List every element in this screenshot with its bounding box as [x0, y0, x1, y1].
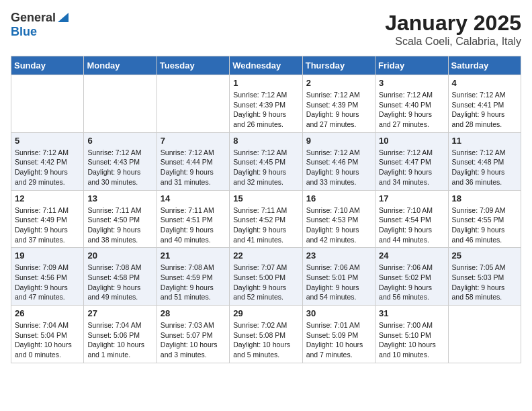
weekday-header-tuesday: Tuesday — [157, 56, 229, 75]
day-number: 28 — [161, 308, 226, 318]
calendar-cell: 30Sunrise: 7:01 AM Sunset: 5:09 PM Dayli… — [302, 306, 375, 363]
week-row-5: 26Sunrise: 7:04 AM Sunset: 5:04 PM Dayli… — [11, 306, 521, 363]
calendar-cell: 17Sunrise: 7:10 AM Sunset: 4:54 PM Dayli… — [375, 190, 448, 248]
calendar-cell: 6Sunrise: 7:12 AM Sunset: 4:43 PM Daylig… — [84, 132, 157, 190]
calendar-cell: 20Sunrise: 7:08 AM Sunset: 4:58 PM Dayli… — [84, 248, 157, 306]
calendar-cell: 8Sunrise: 7:12 AM Sunset: 4:45 PM Daylig… — [230, 132, 302, 190]
weekday-header-friday: Friday — [375, 56, 448, 75]
logo-general-text: General — [11, 11, 56, 25]
cell-details: Sunrise: 7:11 AM Sunset: 4:50 PM Dayligh… — [87, 205, 152, 245]
day-number: 4 — [452, 78, 517, 88]
day-number: 15 — [233, 193, 298, 203]
day-number: 24 — [379, 250, 444, 261]
cell-details: Sunrise: 7:08 AM Sunset: 4:58 PM Dayligh… — [87, 263, 152, 302]
week-row-2: 5Sunrise: 7:12 AM Sunset: 4:42 PM Daylig… — [11, 132, 521, 190]
cell-details: Sunrise: 7:01 AM Sunset: 5:09 PM Dayligh… — [306, 320, 371, 360]
calendar-cell: 2Sunrise: 7:12 AM Sunset: 4:39 PM Daylig… — [302, 75, 375, 133]
day-number: 14 — [161, 193, 226, 203]
day-number: 9 — [306, 136, 371, 146]
week-row-4: 19Sunrise: 7:09 AM Sunset: 4:56 PM Dayli… — [11, 248, 521, 306]
calendar-cell: 26Sunrise: 7:04 AM Sunset: 5:04 PM Dayli… — [11, 306, 84, 363]
calendar-cell — [11, 75, 84, 133]
weekday-header-sunday: Sunday — [11, 56, 84, 75]
calendar-cell: 13Sunrise: 7:11 AM Sunset: 4:50 PM Dayli… — [84, 190, 157, 248]
calendar-cell: 12Sunrise: 7:11 AM Sunset: 4:49 PM Dayli… — [11, 190, 84, 248]
day-number: 1 — [233, 78, 298, 88]
day-number: 27 — [87, 308, 152, 318]
cell-details: Sunrise: 7:12 AM Sunset: 4:46 PM Dayligh… — [306, 148, 371, 187]
day-number: 22 — [233, 250, 298, 261]
calendar-cell: 9Sunrise: 7:12 AM Sunset: 4:46 PM Daylig… — [302, 132, 375, 190]
cell-details: Sunrise: 7:12 AM Sunset: 4:40 PM Dayligh… — [379, 90, 444, 130]
weekday-header-monday: Monday — [84, 56, 157, 75]
cell-details: Sunrise: 7:00 AM Sunset: 5:10 PM Dayligh… — [379, 320, 444, 360]
day-number: 29 — [233, 308, 298, 318]
calendar-cell: 15Sunrise: 7:11 AM Sunset: 4:52 PM Dayli… — [230, 190, 302, 248]
calendar-cell — [84, 75, 157, 133]
page-header: General Blue January 2025 Scala Coeli, C… — [11, 11, 521, 48]
logo-triangle-icon — [58, 13, 69, 25]
cell-details: Sunrise: 7:02 AM Sunset: 5:08 PM Dayligh… — [233, 320, 298, 360]
cell-details: Sunrise: 7:05 AM Sunset: 5:03 PM Dayligh… — [452, 263, 517, 302]
calendar-cell: 18Sunrise: 7:09 AM Sunset: 4:55 PM Dayli… — [448, 190, 521, 248]
logo: General Blue — [11, 11, 69, 39]
title-block: January 2025 Scala Coeli, Calabria, Ital… — [385, 11, 521, 48]
svg-marker-0 — [58, 13, 69, 22]
calendar-cell: 14Sunrise: 7:11 AM Sunset: 4:51 PM Dayli… — [157, 190, 229, 248]
cell-details: Sunrise: 7:12 AM Sunset: 4:39 PM Dayligh… — [306, 90, 371, 130]
cell-details: Sunrise: 7:06 AM Sunset: 5:01 PM Dayligh… — [306, 263, 371, 302]
day-number: 31 — [379, 308, 444, 318]
weekday-header-row: SundayMondayTuesdayWednesdayThursdayFrid… — [11, 56, 521, 75]
cell-details: Sunrise: 7:12 AM Sunset: 4:47 PM Dayligh… — [379, 148, 444, 187]
calendar-cell: 1Sunrise: 7:12 AM Sunset: 4:39 PM Daylig… — [230, 75, 302, 133]
day-number: 16 — [306, 193, 371, 203]
day-number: 7 — [161, 136, 226, 146]
calendar-cell: 10Sunrise: 7:12 AM Sunset: 4:47 PM Dayli… — [375, 132, 448, 190]
week-row-1: 1Sunrise: 7:12 AM Sunset: 4:39 PM Daylig… — [11, 75, 521, 133]
calendar-cell: 31Sunrise: 7:00 AM Sunset: 5:10 PM Dayli… — [375, 306, 448, 363]
calendar-cell: 19Sunrise: 7:09 AM Sunset: 4:56 PM Dayli… — [11, 248, 84, 306]
day-number: 20 — [87, 250, 152, 261]
calendar-cell: 27Sunrise: 7:04 AM Sunset: 5:06 PM Dayli… — [84, 306, 157, 363]
cell-details: Sunrise: 7:12 AM Sunset: 4:42 PM Dayligh… — [15, 148, 80, 187]
weekday-header-wednesday: Wednesday — [230, 56, 302, 75]
day-number: 19 — [15, 250, 80, 261]
cell-details: Sunrise: 7:10 AM Sunset: 4:53 PM Dayligh… — [306, 205, 371, 245]
cell-details: Sunrise: 7:11 AM Sunset: 4:52 PM Dayligh… — [233, 205, 298, 245]
calendar-cell: 4Sunrise: 7:12 AM Sunset: 4:41 PM Daylig… — [448, 75, 521, 133]
day-number: 12 — [15, 193, 80, 203]
calendar-cell: 11Sunrise: 7:12 AM Sunset: 4:48 PM Dayli… — [448, 132, 521, 190]
logo-blue-text: Blue — [11, 25, 37, 38]
cell-details: Sunrise: 7:10 AM Sunset: 4:54 PM Dayligh… — [379, 205, 444, 245]
calendar-cell: 22Sunrise: 7:07 AM Sunset: 5:00 PM Dayli… — [230, 248, 302, 306]
cell-details: Sunrise: 7:07 AM Sunset: 5:00 PM Dayligh… — [233, 263, 298, 302]
cell-details: Sunrise: 7:12 AM Sunset: 4:41 PM Dayligh… — [452, 90, 517, 130]
calendar-cell: 25Sunrise: 7:05 AM Sunset: 5:03 PM Dayli… — [448, 248, 521, 306]
cell-details: Sunrise: 7:09 AM Sunset: 4:55 PM Dayligh… — [452, 205, 517, 245]
calendar-cell: 7Sunrise: 7:12 AM Sunset: 4:44 PM Daylig… — [157, 132, 229, 190]
cell-details: Sunrise: 7:12 AM Sunset: 4:43 PM Dayligh… — [87, 148, 152, 187]
day-number: 8 — [233, 136, 298, 146]
day-number: 21 — [161, 250, 226, 261]
day-number: 13 — [87, 193, 152, 203]
week-row-3: 12Sunrise: 7:11 AM Sunset: 4:49 PM Dayli… — [11, 190, 521, 248]
cell-details: Sunrise: 7:04 AM Sunset: 5:06 PM Dayligh… — [87, 320, 152, 360]
day-number: 10 — [379, 136, 444, 146]
calendar-cell: 21Sunrise: 7:08 AM Sunset: 4:59 PM Dayli… — [157, 248, 229, 306]
cell-details: Sunrise: 7:08 AM Sunset: 4:59 PM Dayligh… — [161, 263, 226, 302]
calendar-table: SundayMondayTuesdayWednesdayThursdayFrid… — [11, 56, 521, 363]
cell-details: Sunrise: 7:12 AM Sunset: 4:39 PM Dayligh… — [233, 90, 298, 130]
day-number: 25 — [452, 250, 517, 261]
day-number: 11 — [452, 136, 517, 146]
day-number: 18 — [452, 193, 517, 203]
weekday-header-saturday: Saturday — [448, 56, 521, 75]
calendar-cell: 3Sunrise: 7:12 AM Sunset: 4:40 PM Daylig… — [375, 75, 448, 133]
location: Scala Coeli, Calabria, Italy — [385, 36, 521, 48]
calendar-cell — [157, 75, 229, 133]
day-number: 23 — [306, 250, 371, 261]
day-number: 17 — [379, 193, 444, 203]
calendar-cell: 23Sunrise: 7:06 AM Sunset: 5:01 PM Dayli… — [302, 248, 375, 306]
cell-details: Sunrise: 7:11 AM Sunset: 4:49 PM Dayligh… — [15, 205, 80, 245]
cell-details: Sunrise: 7:06 AM Sunset: 5:02 PM Dayligh… — [379, 263, 444, 302]
cell-details: Sunrise: 7:11 AM Sunset: 4:51 PM Dayligh… — [161, 205, 226, 245]
